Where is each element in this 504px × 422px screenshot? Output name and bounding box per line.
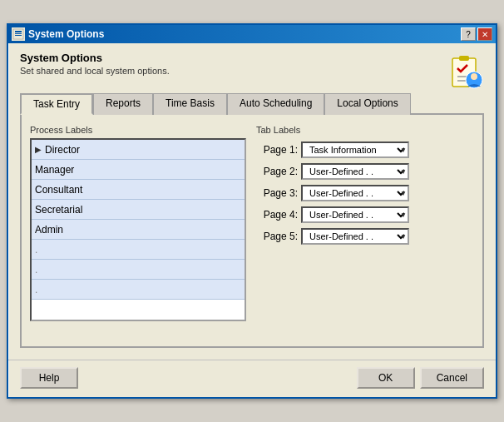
window-title: System Options <box>28 28 104 40</box>
app-icon <box>12 27 25 41</box>
close-button[interactable]: ✕ <box>477 27 492 41</box>
title-bar-left: System Options <box>12 27 104 41</box>
page3-select[interactable]: User-Defined . . Task Information <box>301 185 409 201</box>
process-item-admin[interactable]: Admin <box>32 220 245 240</box>
tab-labels-section: Tab Labels Page 1: Task Information User… <box>256 125 474 321</box>
process-list: ▶ Director Manager Consultant Secretaria… <box>30 138 246 321</box>
process-item-label: Director <box>45 144 80 156</box>
page2-select[interactable]: User-Defined . . Task Information <box>301 163 409 180</box>
page4-label: Page 4: <box>256 209 298 221</box>
help-action-button[interactable]: Help <box>20 367 78 389</box>
tabs: Task Entry Reports Time Basis Auto Sched… <box>20 92 484 115</box>
svg-rect-1 <box>15 31 22 32</box>
process-labels-section: Process Labels ▶ Director Manager Consul… <box>30 125 246 321</box>
tab-label-row-2: Page 2: User-Defined . . Task Informatio… <box>256 163 474 180</box>
process-item-consultant[interactable]: Consultant <box>32 180 245 200</box>
process-item-secretarial[interactable]: Secretarial <box>32 200 245 220</box>
tab-local-options[interactable]: Local Options <box>324 93 410 115</box>
process-item-dot3[interactable]: . <box>32 280 245 300</box>
page2-label: Page 2: <box>256 166 298 177</box>
process-item-label: Admin <box>35 224 63 236</box>
page3-label: Page 3: <box>256 187 298 199</box>
tab-task-entry[interactable]: Task Entry <box>20 93 93 115</box>
bottom-bar: Help OK Cancel <box>8 360 496 397</box>
tab-auto-scheduling[interactable]: Auto Scheduling <box>227 93 324 115</box>
tab-label-row-5: Page 5: User-Defined . . Task Informatio… <box>256 228 474 245</box>
selected-arrow: ▶ <box>35 145 42 154</box>
svg-point-9 <box>471 73 477 80</box>
page5-label: Page 5: <box>256 231 298 242</box>
tab-reports[interactable]: Reports <box>93 93 153 115</box>
logo-icon <box>444 52 484 92</box>
page4-select[interactable]: User-Defined . . Task Information <box>301 206 409 223</box>
section-title: System Options <box>20 52 170 64</box>
page4-select-wrapper: User-Defined . . Task Information <box>301 206 409 223</box>
process-item-label: . <box>35 244 37 256</box>
ok-cancel-group: OK Cancel <box>357 367 484 389</box>
cancel-button[interactable]: Cancel <box>420 367 484 389</box>
page1-select[interactable]: Task Information User-Defined . . <box>301 141 409 158</box>
page5-select-wrapper: User-Defined . . Task Information <box>301 228 409 245</box>
process-item-label: Manager <box>35 164 74 176</box>
process-labels-title: Process Labels <box>30 125 246 135</box>
process-item-manager[interactable]: Manager <box>32 160 245 180</box>
svg-rect-5 <box>459 56 469 61</box>
window-body: System Options Set shared and local syst… <box>8 43 496 356</box>
tab-label-row-3: Page 3: User-Defined . . Task Informatio… <box>256 185 474 201</box>
header-text: System Options Set shared and local syst… <box>20 52 170 84</box>
tab-label-row-1: Page 1: Task Information User-Defined . … <box>256 141 474 158</box>
page1-select-wrapper: Task Information User-Defined . . <box>301 141 409 158</box>
title-bar-buttons: ? ✕ <box>461 27 492 41</box>
page1-label: Page 1: <box>256 144 298 156</box>
title-bar: System Options ? ✕ <box>8 25 496 43</box>
page2-select-wrapper: User-Defined . . Task Information <box>301 163 409 180</box>
help-button[interactable]: ? <box>461 27 476 41</box>
tab-panel: Process Labels ▶ Director Manager Consul… <box>20 115 484 348</box>
header-area: System Options Set shared and local syst… <box>20 52 484 92</box>
process-item-dot2[interactable]: . <box>32 260 245 280</box>
process-item-label: . <box>35 284 37 295</box>
process-item-label: . <box>35 264 37 276</box>
process-item-director[interactable]: ▶ Director <box>32 140 245 160</box>
page5-select[interactable]: User-Defined . . Task Information <box>301 228 409 245</box>
tab-label-row-4: Page 4: User-Defined . . Task Informatio… <box>256 206 474 223</box>
process-item-label: Consultant <box>35 184 82 196</box>
ok-button[interactable]: OK <box>357 367 415 389</box>
section-desc: Set shared and local system options. <box>20 66 170 76</box>
svg-rect-3 <box>15 35 22 36</box>
svg-rect-2 <box>15 33 22 34</box>
panel-content: Process Labels ▶ Director Manager Consul… <box>30 125 474 321</box>
page3-select-wrapper: User-Defined . . Task Information <box>301 185 409 201</box>
process-item-dot1[interactable]: . <box>32 240 245 260</box>
tab-time-basis[interactable]: Time Basis <box>153 93 227 115</box>
tab-labels-title: Tab Labels <box>256 125 474 135</box>
system-options-window: System Options ? ✕ System Options Set sh… <box>7 23 497 399</box>
process-item-label: Secretarial <box>35 204 82 216</box>
